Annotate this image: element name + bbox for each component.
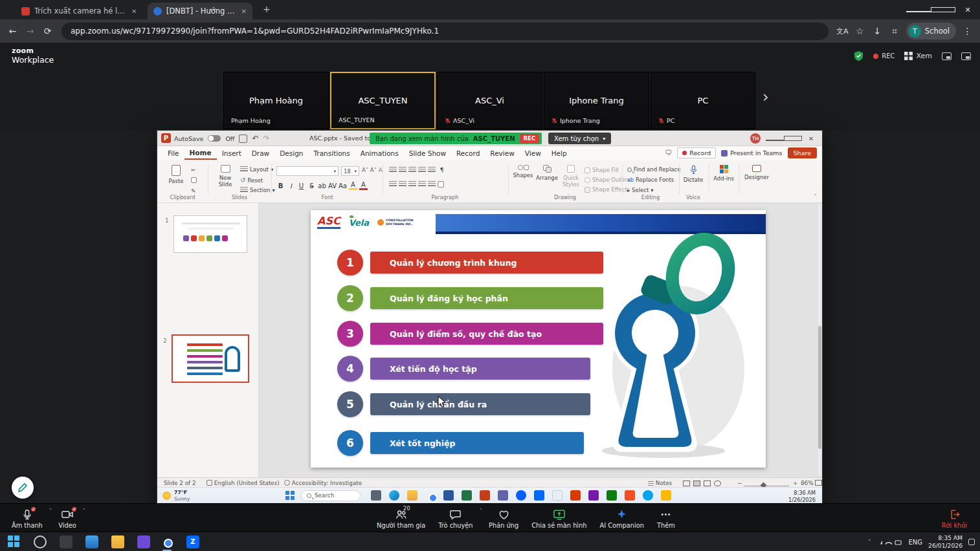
cut-icon[interactable]: ✂ xyxy=(191,167,195,173)
align-left-icon[interactable] xyxy=(389,181,397,188)
zoom-in-icon[interactable]: + xyxy=(793,480,797,486)
host-app-icon[interactable] xyxy=(85,535,98,548)
ppt-minimize-button[interactable] xyxy=(766,135,784,142)
leave-button[interactable]: Rời khỏi xyxy=(935,504,974,532)
tab-file[interactable]: File xyxy=(162,147,184,159)
shape-fill-button[interactable]: Shape Fill xyxy=(585,167,619,173)
collapse-ribbon-icon[interactable]: ˄ xyxy=(814,193,818,200)
tab2-close-icon[interactable]: ✕ xyxy=(239,8,247,15)
minimize-video-icon[interactable] xyxy=(942,52,952,60)
taskbar-app-icon[interactable] xyxy=(516,490,526,501)
font-format-buttons[interactable]: B I U S ab AV Aa A A xyxy=(276,181,368,190)
tab-help[interactable]: Help xyxy=(546,147,572,159)
quick-styles-button[interactable]: Quick Styles xyxy=(560,165,582,188)
redo-icon[interactable]: ↷ xyxy=(263,134,269,143)
taskbar-app-icon[interactable] xyxy=(570,490,581,501)
tab1-close-icon[interactable]: ✕ xyxy=(129,8,137,15)
view-switcher-icons[interactable] xyxy=(683,480,724,486)
browser-profile-chip[interactable]: T School xyxy=(906,23,956,39)
decrease-indent-icon[interactable] xyxy=(408,167,416,173)
copy-icon[interactable] xyxy=(191,177,197,183)
designer-button[interactable]: Designer xyxy=(742,165,771,180)
address-bar[interactable]: app.zoom.us/wc/97179972990/join?fromPWA=… xyxy=(61,23,829,40)
tab-slideshow[interactable]: Slide Show xyxy=(404,147,451,159)
host-start-button[interactable] xyxy=(8,535,21,548)
save-icon[interactable] xyxy=(239,135,247,143)
next-participants-chevron[interactable]: › xyxy=(763,88,769,106)
taskbar-app-icon[interactable] xyxy=(462,490,472,501)
paragraph-row-1[interactable]: ¶ xyxy=(389,167,446,173)
find-button[interactable]: Find and Replace xyxy=(627,166,680,173)
new-slide-button[interactable]: New Slide xyxy=(213,165,238,188)
align-center-icon[interactable] xyxy=(399,181,406,188)
ppt-close-button[interactable]: ✕ xyxy=(802,135,820,142)
shared-taskbar-clock[interactable]: 8:36 AM1/26/2026 xyxy=(788,490,816,503)
present-in-teams-button[interactable]: Present in Teams xyxy=(721,149,782,157)
security-shield-icon[interactable] xyxy=(854,50,863,61)
layout-button[interactable]: Layout ▾ xyxy=(240,166,273,173)
participants-button[interactable]: 20 Người tham gia xyxy=(370,504,432,532)
tab-home[interactable]: Home xyxy=(184,147,217,160)
tab-draw[interactable]: Draw xyxy=(247,147,274,159)
forward-icon[interactable]: → xyxy=(21,26,39,36)
extensions-icon[interactable]: ⌗ xyxy=(886,26,904,37)
record-button[interactable]: Record xyxy=(677,147,716,158)
align-right-icon[interactable] xyxy=(408,181,416,188)
taskbar-app-icon[interactable] xyxy=(498,490,508,501)
host-app-icon[interactable] xyxy=(137,535,150,548)
account-avatar[interactable]: TH xyxy=(750,133,761,144)
fit-slide-icon[interactable] xyxy=(815,480,822,486)
comments-icon[interactable]: 🗨 xyxy=(665,149,672,157)
taskbar-app-icon[interactable] xyxy=(443,490,454,501)
host-search-icon[interactable] xyxy=(34,535,47,548)
bookmark-star-icon[interactable]: ☆ xyxy=(851,26,869,36)
more-button[interactable]: Thêm xyxy=(651,504,682,532)
keyboard-language[interactable]: ENG xyxy=(908,539,922,546)
notification-center-icon[interactable] xyxy=(968,539,975,545)
tab-record[interactable]: Record xyxy=(451,147,485,159)
share-button[interactable]: Share xyxy=(788,147,817,158)
tab-review[interactable]: Review xyxy=(485,147,519,159)
italic-button[interactable]: I xyxy=(287,182,295,189)
numbering-icon[interactable] xyxy=(399,167,406,173)
paragraph-row-2[interactable] xyxy=(389,181,444,188)
reactions-button[interactable]: Phản ứng xyxy=(482,504,525,532)
select-button[interactable]: ▸Select ▾ xyxy=(627,187,654,193)
tray-status-icons[interactable] xyxy=(876,538,902,546)
browser-minimize-button[interactable] xyxy=(906,6,931,14)
taskbar-app-icon[interactable] xyxy=(661,490,671,501)
line-spacing-icon[interactable] xyxy=(428,167,436,173)
dictate-button[interactable]: Dictate xyxy=(682,165,705,183)
video-button[interactable]: Video xyxy=(52,504,82,532)
grow-shrink-font-icons[interactable]: A˄ A˅ A̶ xyxy=(362,167,383,173)
notes-button[interactable]: Notes xyxy=(648,480,672,486)
taskbar-app-icon[interactable] xyxy=(371,490,381,501)
font-color-button[interactable]: A xyxy=(359,181,368,190)
bold-button[interactable]: B xyxy=(276,182,285,189)
tray-chevron-icon[interactable]: ˄ xyxy=(868,539,871,545)
browser-menu-icon[interactable]: ⋮ xyxy=(959,26,976,36)
taskbar-search[interactable]: Search xyxy=(301,490,361,501)
host-clock[interactable]: 8:35 AM26/01/2026 xyxy=(928,534,963,550)
share-screen-button[interactable]: Chia sẻ màn hình xyxy=(525,504,593,532)
character-spacing-button[interactable]: AV xyxy=(328,182,337,189)
text-direction-icon[interactable]: ¶ xyxy=(438,167,446,173)
host-app-icon[interactable] xyxy=(60,535,72,548)
shape-effects-button[interactable]: Shape Effects xyxy=(585,186,630,193)
weather-widget[interactable]: 77°FSunny xyxy=(162,490,190,502)
shapes-button[interactable]: Shapes xyxy=(512,165,534,178)
font-name-select[interactable]: ▾ xyxy=(276,166,339,176)
tab-transitions[interactable]: Transitions xyxy=(308,147,355,159)
slide-canvas[interactable]: ASC Vela CONSTELLATIONSOFTWARE INC. xyxy=(311,210,766,468)
video-tile[interactable]: Iphone Trang Iphone Trang xyxy=(544,72,649,129)
view-options-button[interactable]: Xem tùy chọn▾ xyxy=(548,133,611,144)
taskbar-app-icon[interactable] xyxy=(534,490,544,501)
undo-icon[interactable]: ↶ xyxy=(252,134,258,143)
zoom-out-icon[interactable]: − xyxy=(737,480,742,486)
reset-button[interactable]: ↺Reset xyxy=(240,177,263,184)
zoom-percentage[interactable]: 86% xyxy=(801,480,814,486)
video-tile[interactable]: ASC_Vi ASC_Vi xyxy=(437,72,542,129)
section-button[interactable]: Section ▾ xyxy=(240,187,275,193)
taskbar-app-icon[interactable] xyxy=(480,490,490,501)
video-tile[interactable]: Phạm Hoàng Phạm Hoàng xyxy=(223,72,329,129)
